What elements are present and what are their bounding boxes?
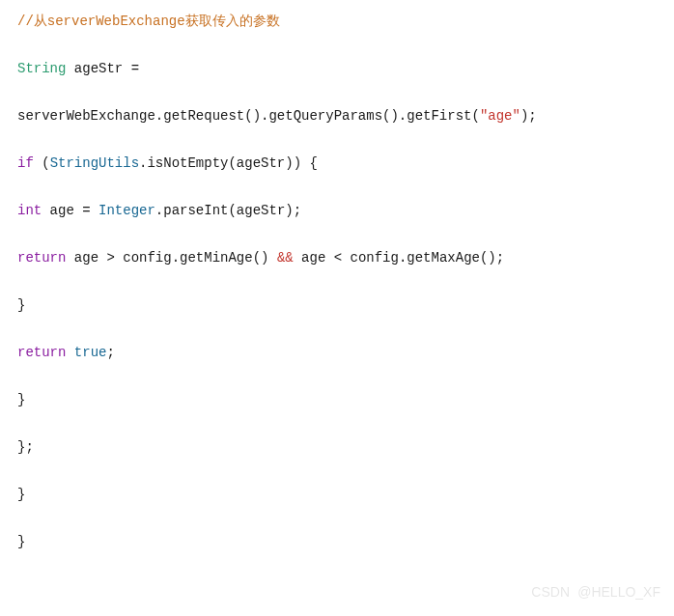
code-line-int: int age = Integer.parseInt(ageStr); [17,201,657,221]
expr-age2: age [294,250,334,266]
var-name: ageStr [66,61,130,76]
method-chain: serverWebExchange.getRequest().getQueryP… [17,108,480,124]
space [66,345,73,360]
watermark-csdn: CSDN [531,582,570,602]
code-line-return-expr: return age > config.getMinAge() && age <… [17,248,657,268]
var-age: age [42,203,82,218]
equals: = [131,61,139,76]
keyword-return2: return [17,345,66,360]
class-integer: Integer [98,203,155,218]
close-brace3: } [17,487,25,502]
code-line-brace3: } [17,485,657,505]
code-line-decl: String ageStr = [17,59,657,79]
close-brace4: } [17,534,25,549]
code-line-brace2: } [17,390,657,410]
class-stringutils: StringUtils [50,155,139,171]
code-line-brace4: } [17,532,657,552]
paren-open: ( [34,155,50,171]
op-gt: > [106,250,114,266]
type-string: String [17,61,66,76]
close-brace: } [17,297,25,313]
keyword-int: int [17,203,42,218]
expr-minage: config.getMinAge() [115,250,277,266]
code-line-chain: serverWebExchange.getRequest().getQueryP… [17,106,657,126]
code-line-return-true: return true; [17,343,657,363]
code-line-brace-semi: }; [17,437,657,458]
watermark-author: @HELLO_XF [577,582,660,602]
keyword-if: if [17,155,34,171]
semicolon: ; [106,345,114,360]
code-line-if: if (StringUtils.isNotEmpty(ageStr)) { [17,154,657,174]
line-end: ); [520,108,537,124]
code-line-comment: //从serverWebExchange获取传入的参数 [17,12,657,32]
parseint-call: .parseInt(ageStr); [155,203,301,218]
equals2: = [82,203,98,218]
keyword-return: return [17,250,66,266]
close-brace-semi: }; [17,439,34,455]
expr-age1: age [66,250,106,266]
expr-maxage: config.getMaxAge(); [342,250,504,266]
close-brace2: } [17,392,25,407]
comment-text: //从serverWebExchange获取传入的参数 [17,14,280,29]
string-literal: "age" [480,108,520,124]
if-condition: .isNotEmpty(ageStr)) { [139,155,318,171]
code-line-brace1: } [17,295,657,316]
literal-true: true [74,345,107,360]
op-lt: < [334,250,342,266]
op-and: && [277,250,294,266]
